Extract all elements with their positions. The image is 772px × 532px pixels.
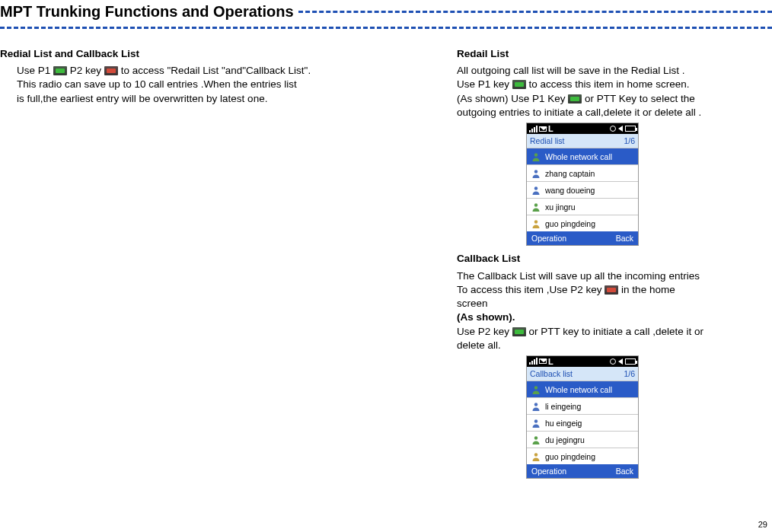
message-icon bbox=[539, 358, 547, 364]
txt: or PTT key to initiate a call ,delete it… bbox=[529, 326, 703, 337]
globe-icon bbox=[610, 358, 616, 365]
list-item[interactable]: zhang captain bbox=[527, 164, 638, 181]
p1-key-icon bbox=[53, 66, 67, 75]
softkey-left[interactable]: Operation bbox=[531, 233, 566, 244]
list-count: 1/6 bbox=[624, 368, 635, 379]
svg-point-4 bbox=[534, 220, 538, 223]
txt: (As shown) Use P1 Key bbox=[457, 93, 566, 104]
page-number: 29 bbox=[758, 520, 767, 529]
list-item-label: du jegingru bbox=[545, 435, 585, 445]
avatar-icon bbox=[530, 167, 542, 180]
softkey-left[interactable]: Operation bbox=[531, 466, 566, 476]
list-item[interactable]: Whole network call bbox=[527, 148, 638, 164]
list-item[interactable]: wang doueing bbox=[527, 181, 638, 198]
txt: P2 key bbox=[70, 65, 101, 76]
speaker-icon bbox=[618, 126, 623, 132]
txt: Use P2 key bbox=[457, 326, 509, 337]
txt: is full,the earliest entry will be overw… bbox=[17, 93, 267, 104]
avatar-icon bbox=[530, 201, 542, 213]
divider-dashed-top bbox=[298, 11, 772, 13]
txt: to access "Redail List "and"Callback Lis… bbox=[121, 65, 311, 76]
p2-key-icon bbox=[512, 327, 526, 336]
redial-body: All outgoing call list will be save in t… bbox=[457, 64, 708, 119]
avatar-icon bbox=[530, 417, 542, 429]
avatar-icon bbox=[530, 451, 542, 463]
svg-point-8 bbox=[534, 436, 538, 439]
message-icon bbox=[539, 126, 547, 132]
list-item-label: wang doueing bbox=[545, 185, 595, 196]
svg-point-1 bbox=[534, 170, 538, 173]
svg-point-6 bbox=[534, 403, 538, 406]
list-item-label: guo pingdeing bbox=[545, 218, 595, 229]
phone-list: Whole network callzhang captainwang doue… bbox=[527, 148, 638, 231]
avatar-icon bbox=[530, 151, 542, 163]
list-title: Redial list bbox=[530, 135, 565, 146]
svg-point-2 bbox=[534, 186, 538, 190]
svg-point-7 bbox=[534, 419, 538, 422]
svg-point-3 bbox=[534, 203, 538, 206]
list-item[interactable]: li eingeing bbox=[527, 397, 638, 414]
list-item[interactable]: guo pingdeing bbox=[527, 215, 638, 231]
redial-heading: Redail List bbox=[457, 47, 708, 61]
battery-icon bbox=[625, 126, 636, 132]
txt-bold: (As shown). bbox=[457, 311, 515, 323]
list-item-label: Whole network call bbox=[545, 151, 612, 162]
p1-key-icon bbox=[512, 80, 526, 89]
phone-status-bar: L bbox=[527, 123, 638, 134]
battery-icon bbox=[625, 358, 636, 365]
phone-screenshot-redial: LRedial list1/6Whole network callzhang c… bbox=[526, 123, 639, 246]
svg-point-0 bbox=[534, 153, 538, 156]
list-item-label: zhang captain bbox=[545, 168, 595, 179]
callback-body: The Callback List will save up all the i… bbox=[457, 269, 708, 352]
page-title: MPT Trunking Functions and Operations bbox=[0, 0, 294, 24]
p2-key-icon bbox=[605, 285, 618, 295]
list-count: 1/6 bbox=[624, 135, 635, 146]
txt: All outgoing call list will be save in t… bbox=[457, 65, 684, 76]
txt: This radio can save up to 10 call entrie… bbox=[17, 78, 297, 90]
softkey-right[interactable]: Back bbox=[616, 466, 633, 476]
svg-point-5 bbox=[534, 386, 538, 389]
list-item-label: li eingeing bbox=[545, 401, 581, 412]
svg-point-9 bbox=[534, 453, 538, 456]
list-item[interactable]: guo pingdeing bbox=[527, 448, 638, 464]
p2-key-icon bbox=[104, 66, 118, 75]
left-heading: Redial List and Callback List bbox=[0, 47, 358, 61]
phone-list: Whole network callli eingeinghu eingeigd… bbox=[527, 381, 638, 464]
left-body: Use P1 P2 key to access "Redail List "an… bbox=[0, 64, 358, 106]
globe-icon bbox=[610, 126, 616, 132]
phone-list-header: Redial list1/6 bbox=[527, 134, 638, 148]
speaker-icon bbox=[618, 358, 623, 365]
list-title: Callback list bbox=[530, 368, 573, 379]
signal-icon bbox=[529, 126, 538, 132]
divider-dashed-bottom bbox=[0, 27, 772, 29]
signal-icon bbox=[529, 358, 538, 365]
txt: Use P1 bbox=[17, 65, 50, 76]
phone-status-bar: L bbox=[527, 356, 638, 367]
txt: or PTT Key to select the bbox=[585, 93, 695, 104]
p1-key-icon bbox=[568, 94, 582, 104]
callback-heading: Callback List bbox=[457, 252, 708, 266]
avatar-icon bbox=[530, 400, 542, 413]
status-letter: L bbox=[548, 123, 553, 135]
phone-softkeys: OperationBack bbox=[527, 231, 638, 245]
list-item-label: Whole network call bbox=[545, 384, 612, 395]
list-item[interactable]: hu eingeig bbox=[527, 414, 638, 431]
txt: to access this item in home screen. bbox=[529, 78, 690, 90]
list-item-label: xu jingru bbox=[545, 202, 576, 212]
status-letter: L bbox=[548, 356, 553, 368]
list-item[interactable]: Whole network call bbox=[527, 381, 638, 397]
list-item[interactable]: xu jingru bbox=[527, 198, 638, 215]
txt: Use P1 key bbox=[457, 78, 509, 90]
phone-list-header: Callback list1/6 bbox=[527, 367, 638, 381]
avatar-icon bbox=[530, 384, 542, 396]
avatar-icon bbox=[530, 184, 542, 196]
list-item[interactable]: du jegingru bbox=[527, 431, 638, 448]
softkey-right[interactable]: Back bbox=[616, 233, 633, 244]
txt: outgoing entries to initiate a call,dele… bbox=[457, 107, 701, 118]
list-item-label: guo pingdeing bbox=[545, 451, 595, 462]
txt: The Callback List will save up all the i… bbox=[457, 270, 700, 282]
txt: To access this item ,Use P2 key bbox=[457, 284, 602, 295]
list-item-label: hu eingeig bbox=[545, 418, 582, 428]
phone-screenshot-callback: LCallback list1/6Whole network callli ei… bbox=[526, 355, 639, 479]
avatar-icon bbox=[530, 218, 542, 230]
